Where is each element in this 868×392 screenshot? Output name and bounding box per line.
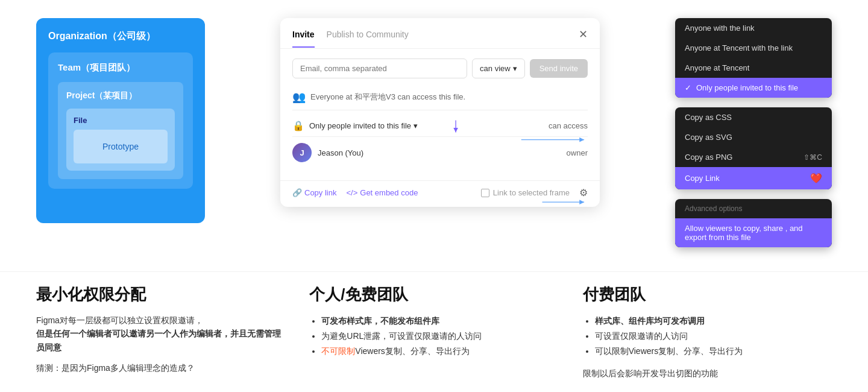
send-invite-button[interactable]: Send invite: [530, 59, 588, 78]
copy-css-item[interactable]: Copy as CSS: [675, 107, 832, 127]
advanced-options-dropdown: Advanced options Allow viewers to copy, …: [675, 199, 832, 247]
chevron-down-icon: ▾: [513, 64, 517, 73]
chevron-down-icon-access: ▾: [414, 121, 418, 130]
permission-label: can view: [480, 64, 511, 73]
item-label: Anyone with the link: [685, 24, 755, 33]
dropdown-item-tencent-link[interactable]: Anyone at Tencent with the link: [675, 38, 832, 58]
advanced-header: Advanced options: [675, 199, 832, 218]
allow-viewers-option[interactable]: Allow viewers to copy, share , and expor…: [675, 218, 832, 247]
org-label: Organization（公司级）: [48, 30, 193, 43]
col1-title: 最小化权限分配: [36, 284, 285, 305]
access-label[interactable]: Only people invited to this file ▾: [309, 121, 418, 130]
bottom-col-minimal: 最小化权限分配 Figma对每一层级都可以独立设置权限邀请， 但是任何一个编辑者…: [36, 284, 285, 380]
project-label: Project（某项目）: [66, 90, 175, 101]
tab-invite[interactable]: Invite: [292, 30, 315, 48]
tab-publish[interactable]: Publish to Community: [327, 30, 409, 46]
list-item: 为避免URL泄露，可设置仅限邀请的人访问: [321, 329, 558, 344]
divider: [292, 110, 588, 110]
file-label: File: [74, 116, 168, 125]
col3-footnote: 限制以后会影响开发导出切图的功能: [583, 367, 832, 380]
invite-modal: Invite Publish to Community ✕ can view ▾…: [280, 18, 600, 207]
link-frame-label: Link to selected frame: [493, 188, 570, 197]
prototype-box: Prototype: [74, 130, 168, 163]
col3-list: 样式库、组件库均可发布调用 可设置仅限邀请的人访问 可以限制Viewers复制、…: [583, 314, 832, 359]
everyone-row: 👥 Everyone at 和平营地V3 can access this fil…: [292, 87, 588, 110]
bottom-col-paid: 付费团队 样式库、组件库均可发布调用 可设置仅限邀请的人访问 可以限制Viewe…: [583, 284, 832, 380]
check-icon: ✓: [685, 83, 691, 92]
link-icon: 🔗: [292, 188, 302, 197]
access-right-label: can access: [549, 121, 588, 130]
copy-link-button[interactable]: 🔗 Copy link: [292, 188, 336, 197]
team-label: Team（项目团队）: [58, 62, 183, 74]
project-box: Project（某项目） File Prototype: [58, 82, 183, 179]
link-frame-checkbox[interactable]: [481, 189, 489, 197]
user-role: owner: [567, 148, 588, 157]
bottom-section: 最小化权限分配 Figma对每一层级都可以独立设置权限邀请， 但是任何一个编辑者…: [0, 271, 868, 392]
modal-header: Invite Publish to Community ✕: [280, 18, 600, 49]
team-box: Team（项目团队） Project（某项目） File Prototype: [48, 52, 193, 189]
email-input[interactable]: [292, 58, 467, 78]
lock-icon: 🔒: [292, 120, 304, 131]
user-name: Jeason (You): [318, 148, 363, 157]
dropdown-item-anyone-link[interactable]: Anyone with the link: [675, 18, 832, 38]
list-item: 样式库、组件库均可发布调用: [595, 314, 832, 329]
item-label: Anyone at Tencent: [685, 63, 749, 72]
shortcut-label: ⇧⌘C: [804, 153, 822, 162]
col1-text: Figma对每一层级都可以独立设置权限邀请， 但是任何一个编辑者可以邀请另一个人…: [36, 314, 285, 354]
code-icon: </>: [346, 188, 357, 197]
avatar: J: [292, 143, 312, 162]
highlight-text: 不可限制: [321, 346, 355, 356]
settings-icon[interactable]: ⚙: [579, 187, 588, 198]
copy-svg-item[interactable]: Copy as SVG: [675, 127, 832, 147]
modal-footer: 🔗 Copy link </> Get embed code Link to s…: [280, 180, 600, 207]
list-item: 可发布样式库，不能发布组件库: [321, 314, 558, 329]
copy-link-item[interactable]: Copy Link ❤️: [675, 167, 832, 189]
access-row: 🔒 Only people invited to this file ▾ can…: [292, 115, 588, 137]
item-label: Anyone at Tencent with the link: [685, 43, 793, 52]
col1-footnote: 猜测：是因为Figma多人编辑理念的造成？: [36, 361, 285, 375]
everyone-text: Everyone at 和平营地V3 can access this file.: [310, 92, 465, 103]
item-label: Only people invited to this file: [696, 83, 798, 92]
item-label: Copy Link: [685, 174, 720, 183]
col3-title: 付费团队: [583, 284, 832, 305]
dropdown-item-tencent[interactable]: Anyone at Tencent: [675, 58, 832, 78]
item-label: Copy as PNG: [685, 153, 732, 162]
invite-row: can view ▾ Send invite: [292, 58, 588, 78]
col2-title: 个人/免费团队: [309, 284, 558, 305]
prototype-label: Prototype: [102, 142, 139, 151]
item-label: Copy as CSS: [685, 113, 732, 122]
link-frame-row: Link to selected frame: [481, 188, 570, 197]
dropdowns-area: Anyone with the link Anyone at Tencent w…: [675, 18, 832, 247]
close-button[interactable]: ✕: [579, 28, 588, 48]
embed-code-button[interactable]: </> Get embed code: [346, 188, 418, 197]
user-row: J Jeason (You) owner: [292, 137, 588, 168]
item-label: Copy as SVG: [685, 133, 732, 142]
modal-area: Invite Publish to Community ✕ can view ▾…: [229, 18, 651, 207]
col2-list: 可发布样式库，不能发布组件库 为避免URL泄露，可设置仅限邀请的人访问 不可限制…: [309, 314, 558, 359]
org-diagram: Organization（公司级） Team（项目团队） Project（某项目…: [36, 18, 205, 223]
dropdown-item-invited[interactable]: ✓ Only people invited to this file: [675, 78, 832, 98]
list-item: 不可限制Viewers复制、分享、导出行为: [321, 344, 558, 359]
access-dropdown-menu: Anyone with the link Anyone at Tencent w…: [675, 18, 832, 98]
dropdown-item-selected-text: ✓ Only people invited to this file: [685, 83, 798, 92]
list-item: 可以限制Viewers复制、分享、导出行为: [595, 344, 832, 359]
file-box: File Prototype: [66, 109, 175, 171]
heart-icon: ❤️: [810, 172, 822, 184]
modal-body: can view ▾ Send invite 👥 Everyone at 和平营…: [280, 49, 600, 178]
bottom-col-free: 个人/免费团队 可发布样式库，不能发布组件库 为避免URL泄露，可设置仅限邀请的…: [309, 284, 558, 380]
list-item: 可设置仅限邀请的人访问: [595, 329, 832, 344]
copy-dropdown-menu: Copy as CSS Copy as SVG Copy as PNG ⇧⌘C …: [675, 107, 832, 189]
permission-select[interactable]: can view ▾: [472, 58, 525, 78]
copy-png-item[interactable]: Copy as PNG ⇧⌘C: [675, 147, 832, 167]
people-icon: 👥: [292, 90, 306, 104]
